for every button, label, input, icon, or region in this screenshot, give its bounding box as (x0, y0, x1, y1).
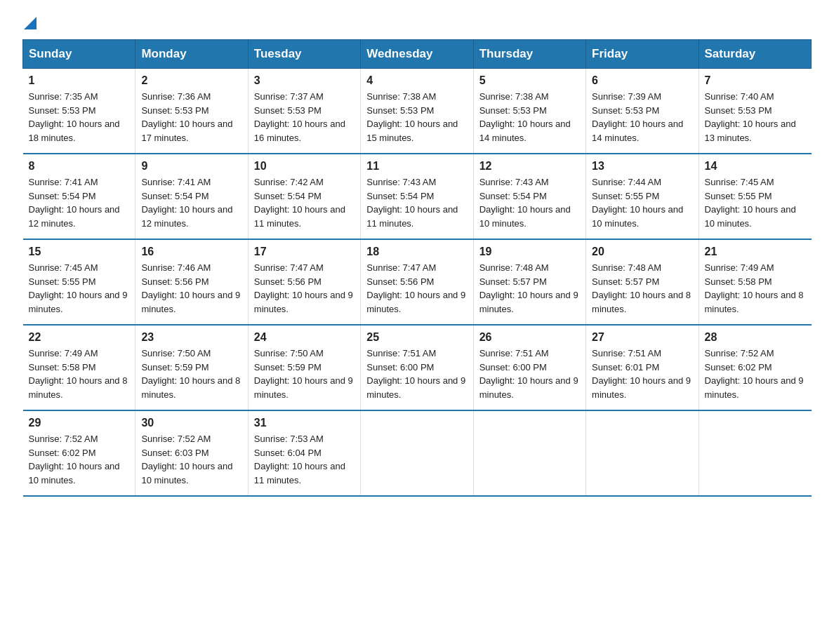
day-number: 25 (366, 331, 467, 344)
calendar-cell: 6Sunrise: 7:39 AMSunset: 5:53 PMDaylight… (586, 69, 699, 154)
day-info: Sunrise: 7:51 AMSunset: 6:01 PMDaylight:… (592, 347, 692, 401)
day-info: Sunrise: 7:36 AMSunset: 5:53 PMDaylight:… (141, 90, 241, 145)
day-info: Sunrise: 7:37 AMSunset: 5:53 PMDaylight:… (254, 90, 355, 145)
calendar-cell: 8Sunrise: 7:41 AMSunset: 5:54 PMDaylight… (23, 154, 135, 239)
calendar-cell: 25Sunrise: 7:51 AMSunset: 6:00 PMDayligh… (361, 325, 473, 410)
day-number: 16 (141, 246, 241, 258)
calendar-cell: 14Sunrise: 7:45 AMSunset: 5:55 PMDayligh… (699, 154, 811, 239)
calendar-cell: 2Sunrise: 7:36 AMSunset: 5:53 PMDaylight… (135, 69, 248, 154)
calendar-container: SundayMondayTuesdayWednesdayThursdayFrid… (0, 39, 834, 519)
day-number: 13 (592, 160, 692, 173)
day-number: 14 (705, 160, 806, 173)
calendar-header: SundayMondayTuesdayWednesdayThursdayFrid… (23, 40, 812, 69)
day-info: Sunrise: 7:50 AMSunset: 5:59 PMDaylight:… (254, 347, 355, 401)
day-info: Sunrise: 7:47 AMSunset: 5:56 PMDaylight:… (366, 261, 467, 316)
day-number: 6 (592, 74, 692, 87)
day-info: Sunrise: 7:35 AMSunset: 5:53 PMDaylight:… (29, 90, 130, 145)
day-number: 20 (592, 246, 692, 258)
calendar-cell: 28Sunrise: 7:52 AMSunset: 6:02 PMDayligh… (699, 325, 811, 410)
col-header-wednesday: Wednesday (361, 40, 473, 69)
calendar-cell: 4Sunrise: 7:38 AMSunset: 5:53 PMDaylight… (361, 69, 473, 154)
day-info: Sunrise: 7:48 AMSunset: 5:57 PMDaylight:… (592, 261, 692, 316)
day-info: Sunrise: 7:49 AMSunset: 5:58 PMDaylight:… (705, 261, 806, 316)
day-number: 21 (705, 246, 806, 258)
day-number: 5 (479, 74, 580, 87)
day-info: Sunrise: 7:51 AMSunset: 6:00 PMDaylight:… (479, 347, 580, 401)
day-number: 4 (366, 74, 467, 87)
day-number: 31 (254, 417, 355, 429)
day-info: Sunrise: 7:38 AMSunset: 5:53 PMDaylight:… (366, 90, 467, 145)
col-header-sunday: Sunday (23, 40, 135, 69)
day-number: 28 (705, 331, 806, 344)
week-row-3: 15Sunrise: 7:45 AMSunset: 5:55 PMDayligh… (23, 239, 812, 325)
day-number: 30 (141, 417, 241, 429)
day-number: 9 (141, 160, 241, 173)
col-header-thursday: Thursday (473, 40, 585, 69)
day-number: 10 (254, 160, 355, 173)
calendar-cell: 9Sunrise: 7:41 AMSunset: 5:54 PMDaylight… (135, 154, 248, 239)
day-info: Sunrise: 7:53 AMSunset: 6:04 PMDaylight:… (254, 432, 355, 487)
calendar-cell: 29Sunrise: 7:52 AMSunset: 6:02 PMDayligh… (23, 410, 135, 496)
day-info: Sunrise: 7:52 AMSunset: 6:02 PMDaylight:… (705, 347, 806, 401)
calendar-cell: 19Sunrise: 7:48 AMSunset: 5:57 PMDayligh… (473, 239, 585, 325)
day-info: Sunrise: 7:50 AMSunset: 5:59 PMDaylight:… (141, 347, 241, 401)
calendar-cell (586, 410, 699, 496)
calendar-cell: 21Sunrise: 7:49 AMSunset: 5:58 PMDayligh… (699, 239, 811, 325)
calendar-cell: 10Sunrise: 7:42 AMSunset: 5:54 PMDayligh… (248, 154, 360, 239)
day-info: Sunrise: 7:42 AMSunset: 5:54 PMDaylight:… (254, 175, 355, 230)
calendar-cell: 16Sunrise: 7:46 AMSunset: 5:56 PMDayligh… (135, 239, 248, 325)
day-info: Sunrise: 7:52 AMSunset: 6:02 PMDaylight:… (29, 432, 130, 487)
day-number: 23 (141, 331, 241, 344)
day-number: 24 (254, 331, 355, 344)
day-info: Sunrise: 7:52 AMSunset: 6:03 PMDaylight:… (141, 432, 241, 487)
col-header-saturday: Saturday (699, 40, 811, 69)
page-header (0, 0, 834, 39)
day-info: Sunrise: 7:48 AMSunset: 5:57 PMDaylight:… (479, 261, 580, 316)
calendar-cell: 26Sunrise: 7:51 AMSunset: 6:00 PMDayligh… (473, 325, 585, 410)
calendar-cell: 5Sunrise: 7:38 AMSunset: 5:53 PMDaylight… (473, 69, 585, 154)
calendar-table: SundayMondayTuesdayWednesdayThursdayFrid… (22, 39, 812, 497)
calendar-cell: 1Sunrise: 7:35 AMSunset: 5:53 PMDaylight… (23, 69, 135, 154)
calendar-cell: 11Sunrise: 7:43 AMSunset: 5:54 PMDayligh… (361, 154, 473, 239)
day-number: 22 (29, 331, 130, 344)
day-number: 2 (141, 74, 241, 87)
calendar-cell: 23Sunrise: 7:50 AMSunset: 5:59 PMDayligh… (135, 325, 248, 410)
day-info: Sunrise: 7:45 AMSunset: 5:55 PMDaylight:… (29, 261, 130, 316)
calendar-cell: 31Sunrise: 7:53 AMSunset: 6:04 PMDayligh… (248, 410, 360, 496)
day-info: Sunrise: 7:43 AMSunset: 5:54 PMDaylight:… (366, 175, 467, 230)
week-row-2: 8Sunrise: 7:41 AMSunset: 5:54 PMDaylight… (23, 154, 812, 239)
calendar-cell: 17Sunrise: 7:47 AMSunset: 5:56 PMDayligh… (248, 239, 360, 325)
col-header-tuesday: Tuesday (248, 40, 360, 69)
day-number: 17 (254, 246, 355, 258)
day-info: Sunrise: 7:41 AMSunset: 5:54 PMDaylight:… (141, 175, 241, 230)
calendar-cell: 24Sunrise: 7:50 AMSunset: 5:59 PMDayligh… (248, 325, 360, 410)
day-number: 7 (705, 74, 806, 87)
day-number: 12 (479, 160, 580, 173)
day-info: Sunrise: 7:47 AMSunset: 5:56 PMDaylight:… (254, 261, 355, 316)
week-row-5: 29Sunrise: 7:52 AMSunset: 6:02 PMDayligh… (23, 410, 812, 496)
calendar-cell: 18Sunrise: 7:47 AMSunset: 5:56 PMDayligh… (361, 239, 473, 325)
logo (22, 17, 37, 32)
day-info: Sunrise: 7:45 AMSunset: 5:55 PMDaylight:… (705, 175, 806, 230)
day-number: 15 (29, 246, 130, 258)
week-row-4: 22Sunrise: 7:49 AMSunset: 5:58 PMDayligh… (23, 325, 812, 410)
day-number: 11 (366, 160, 467, 173)
col-header-friday: Friday (586, 40, 699, 69)
day-info: Sunrise: 7:38 AMSunset: 5:53 PMDaylight:… (479, 90, 580, 145)
week-row-1: 1Sunrise: 7:35 AMSunset: 5:53 PMDaylight… (23, 69, 812, 154)
day-info: Sunrise: 7:39 AMSunset: 5:53 PMDaylight:… (592, 90, 692, 145)
day-number: 27 (592, 331, 692, 344)
day-number: 18 (366, 246, 467, 258)
calendar-cell: 30Sunrise: 7:52 AMSunset: 6:03 PMDayligh… (135, 410, 248, 496)
calendar-cell: 12Sunrise: 7:43 AMSunset: 5:54 PMDayligh… (473, 154, 585, 239)
day-info: Sunrise: 7:41 AMSunset: 5:54 PMDaylight:… (29, 175, 130, 230)
calendar-cell: 20Sunrise: 7:48 AMSunset: 5:57 PMDayligh… (586, 239, 699, 325)
day-info: Sunrise: 7:49 AMSunset: 5:58 PMDaylight:… (29, 347, 130, 401)
day-number: 8 (29, 160, 130, 173)
calendar-cell: 13Sunrise: 7:44 AMSunset: 5:55 PMDayligh… (586, 154, 699, 239)
logo-triangle-icon (24, 17, 37, 29)
calendar-cell: 27Sunrise: 7:51 AMSunset: 6:01 PMDayligh… (586, 325, 699, 410)
calendar-cell (699, 410, 811, 496)
calendar-cell (361, 410, 473, 496)
day-number: 3 (254, 74, 355, 87)
